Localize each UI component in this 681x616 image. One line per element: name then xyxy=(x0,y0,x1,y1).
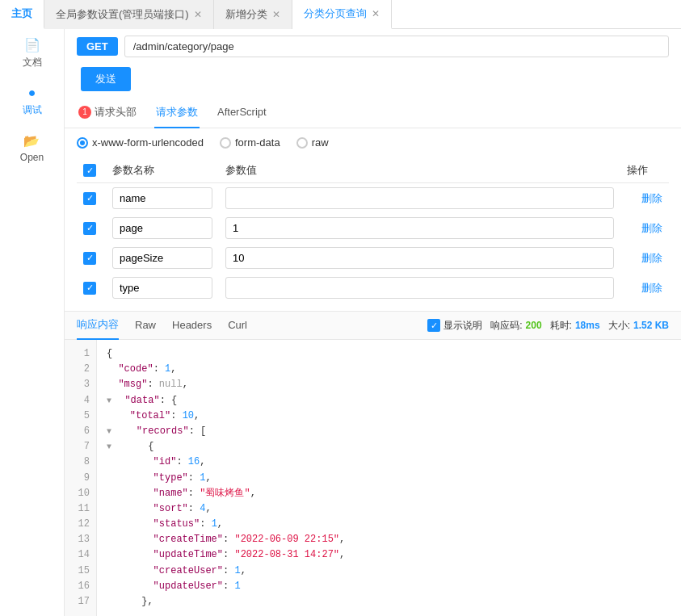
main-layout: 📄 文档 ● 调试 📂 Open GET 发送 1 请求头部 请 xyxy=(0,29,681,616)
radio-raw-label: raw xyxy=(312,136,329,149)
status-code-group: 响应码: 200 xyxy=(490,319,541,333)
tab-response-content[interactable]: 响应内容 xyxy=(77,311,119,340)
time-group: 耗时: 18ms xyxy=(550,319,600,333)
row-1-checkbox[interactable] xyxy=(83,222,96,235)
col-header-action: 操作 xyxy=(620,158,669,183)
radio-urlencoded-label: x-www-form-urlencoded xyxy=(92,136,204,149)
table-row: 删除 xyxy=(77,273,669,303)
row-0-name-input[interactable] xyxy=(112,187,212,209)
sidebar-item-docs-label: 文档 xyxy=(23,56,42,69)
expand-toggle[interactable]: ▼ xyxy=(107,442,111,451)
tab-afterscript[interactable]: AfterScript xyxy=(216,98,268,128)
row-3-checkbox[interactable] xyxy=(83,282,96,295)
tab-global-settings[interactable]: 全局参数设置(管理员端接口) ✕ xyxy=(44,0,214,29)
row-3-name-input[interactable] xyxy=(112,277,212,299)
expand-toggle[interactable]: ▼ xyxy=(107,396,111,405)
code-line: "updateUser": 1 xyxy=(107,579,671,594)
row-2-checkbox[interactable] xyxy=(83,252,96,265)
open-icon: 📂 xyxy=(23,133,40,149)
row-0-checkbox[interactable] xyxy=(83,192,96,205)
code-line: "sort": 4, xyxy=(107,501,671,517)
row-1-name-input[interactable] xyxy=(112,217,212,239)
params-table: 参数名称 参数值 操作 删除 删除 删除 删除 xyxy=(77,158,669,303)
tab-request-params[interactable]: 请求参数 xyxy=(154,98,200,128)
expand-toggle[interactable]: ▼ xyxy=(107,427,111,436)
line-number: 7 xyxy=(65,439,96,455)
line-number: 3 xyxy=(65,377,96,392)
row-1-value-input[interactable] xyxy=(225,217,614,239)
tab-category-page[interactable]: 分类分页查询 ✕ xyxy=(292,0,392,29)
tab-request-headers-label: 请求头部 xyxy=(95,105,137,119)
api-url-input[interactable] xyxy=(124,36,669,57)
row-2-name-input[interactable] xyxy=(112,247,212,269)
sidebar-item-open[interactable]: 📂 Open xyxy=(20,133,44,163)
code-line: { xyxy=(107,346,671,362)
tab-request-params-label: 请求参数 xyxy=(156,105,198,119)
tab-afterscript-label: AfterScript xyxy=(217,106,267,118)
size-group: 大小: 1.52 KB xyxy=(608,319,669,333)
tab-response-headers-label: Headers xyxy=(172,319,212,331)
row-0-delete-btn[interactable]: 删除 xyxy=(641,192,662,204)
radio-formdata-indicator xyxy=(220,137,231,149)
tab-response-curl[interactable]: Curl xyxy=(228,311,247,340)
tab-home[interactable]: 主页 xyxy=(0,0,44,29)
tab-add-category[interactable]: 新增分类 ✕ xyxy=(214,0,292,29)
row-1-delete-btn[interactable]: 删除 xyxy=(641,222,662,234)
code-line: "name": "蜀味烤鱼", xyxy=(107,486,671,501)
row-3-value-input[interactable] xyxy=(225,277,614,299)
time-label: 耗时: xyxy=(550,319,572,333)
select-all-checkbox[interactable] xyxy=(83,164,96,177)
tab-response-raw[interactable]: Raw xyxy=(135,311,156,340)
row-0-value-input[interactable] xyxy=(225,187,614,209)
code-line: "createUser": 1, xyxy=(107,564,671,579)
radio-raw[interactable]: raw xyxy=(296,136,329,149)
tab-add-category-close[interactable]: ✕ xyxy=(272,9,280,20)
tab-category-page-close[interactable]: ✕ xyxy=(372,8,380,19)
code-content: { "code": 1, "msg": null,▼ "data": { "to… xyxy=(97,340,681,616)
sidebar-item-docs[interactable]: 📄 文档 xyxy=(23,37,42,69)
line-number: 14 xyxy=(65,547,96,563)
show-desc-toggle[interactable]: 显示说明 xyxy=(427,319,482,333)
table-row: 删除 xyxy=(77,243,669,273)
radio-formdata[interactable]: form-data xyxy=(220,136,280,149)
debug-icon: ● xyxy=(28,86,36,100)
tab-response-curl-label: Curl xyxy=(228,319,247,331)
code-line: "total": 10, xyxy=(107,409,671,424)
radio-raw-indicator xyxy=(296,137,308,149)
tab-add-category-label: 新增分类 xyxy=(225,7,267,22)
row-3-delete-btn[interactable]: 删除 xyxy=(641,282,662,294)
tab-request-headers[interactable]: 1 请求头部 xyxy=(77,98,138,128)
response-meta: 显示说明 响应码: 200 耗时: 18ms 大小: 1.52 KB xyxy=(427,319,669,333)
tab-response-raw-label: Raw xyxy=(135,319,156,331)
line-number: 8 xyxy=(65,455,96,470)
tab-response-headers[interactable]: Headers xyxy=(172,311,212,340)
col-header-name: 参数名称 xyxy=(106,158,219,183)
row-2-delete-btn[interactable]: 删除 xyxy=(641,252,662,264)
line-number: 11 xyxy=(65,501,96,517)
line-number: 15 xyxy=(65,564,96,579)
code-line: "id": 16, xyxy=(107,455,671,470)
tab-global-settings-close[interactable]: ✕ xyxy=(194,9,202,20)
code-area: 1234567891011121314151617 { "code": 1, "… xyxy=(65,340,681,616)
radio-urlencoded[interactable]: x-www-form-urlencoded xyxy=(77,136,204,149)
row-2-value-input[interactable] xyxy=(225,247,614,269)
line-number: 9 xyxy=(65,471,96,486)
encoding-radio-group: x-www-form-urlencoded form-data raw xyxy=(77,136,669,149)
status-code-value: 200 xyxy=(526,320,542,331)
table-row: 删除 xyxy=(77,183,669,214)
code-line: "msg": null, xyxy=(107,377,671,392)
send-button[interactable]: 发送 xyxy=(81,67,131,91)
code-line: }, xyxy=(107,594,671,610)
line-number: 1 xyxy=(65,346,96,362)
sidebar-item-open-label: Open xyxy=(20,152,44,163)
docs-icon: 📄 xyxy=(24,37,40,52)
line-number: 17 xyxy=(65,594,96,610)
line-number: 2 xyxy=(65,362,96,377)
show-desc-checkbox[interactable] xyxy=(427,319,440,332)
time-value: 18ms xyxy=(575,320,600,331)
tab-response-content-label: 响应内容 xyxy=(77,317,119,332)
size-value: 1.52 KB xyxy=(633,320,669,331)
sidebar-item-debug[interactable]: ● 调试 xyxy=(23,86,42,117)
tab-bar: 主页 全局参数设置(管理员端接口) ✕ 新增分类 ✕ 分类分页查询 ✕ xyxy=(0,0,681,29)
radio-urlencoded-indicator xyxy=(77,137,88,149)
